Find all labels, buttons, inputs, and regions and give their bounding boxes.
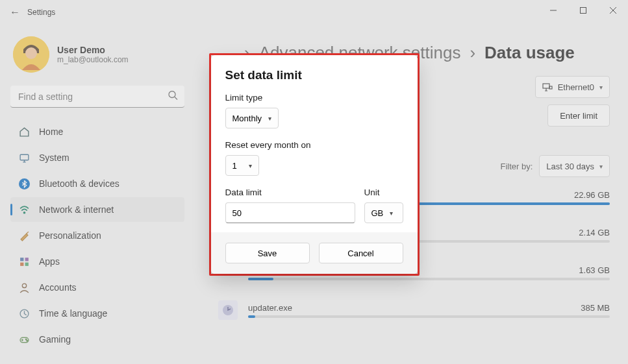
save-button[interactable]: Save — [225, 243, 310, 263]
chevron-down-icon: ▾ — [268, 115, 271, 122]
reset-day-label: Reset every month on — [225, 140, 403, 150]
data-limit-input[interactable] — [225, 202, 355, 223]
limit-type-label: Limit type — [225, 93, 403, 103]
unit-label: Unit — [364, 188, 403, 197]
modal-overlay: Set data limit Limit type Monthly ▾ Rese… — [0, 0, 628, 364]
limit-type-select[interactable]: Monthly ▾ — [225, 108, 279, 128]
reset-day-select[interactable]: 1 ▾ — [225, 155, 259, 176]
data-limit-label: Data limit — [225, 188, 355, 197]
dialog-title: Set data limit — [225, 68, 403, 82]
set-data-limit-dialog: Set data limit Limit type Monthly ▾ Rese… — [211, 55, 418, 274]
unit-select[interactable]: GB ▾ — [364, 202, 403, 223]
chevron-down-icon: ▾ — [249, 162, 252, 169]
chevron-down-icon: ▾ — [390, 210, 393, 217]
cancel-button[interactable]: Cancel — [319, 243, 403, 263]
